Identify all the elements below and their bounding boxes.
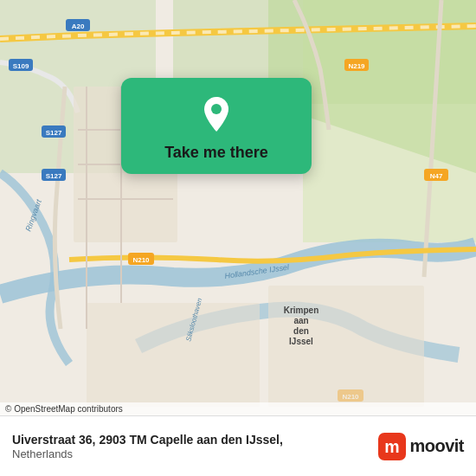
svg-text:A20: A20 xyxy=(72,23,85,30)
address-line2: Netherlands xyxy=(12,447,378,460)
moovit-logo: m moovit xyxy=(378,433,464,460)
osm-attribution: © OpenStreetMap contributors xyxy=(0,402,476,415)
svg-text:IJssel: IJssel xyxy=(289,337,313,346)
svg-rect-23 xyxy=(268,286,424,407)
svg-text:S127: S127 xyxy=(46,172,62,180)
address-line1: Uiverstraat 36, 2903 TM Capelle aan den … xyxy=(12,432,378,447)
svg-text:den: den xyxy=(293,326,309,336)
svg-rect-22 xyxy=(87,303,260,407)
map-container: S109 S127 S127 N219 N47 N210 N210 A20 xyxy=(0,0,476,415)
svg-text:N219: N219 xyxy=(348,62,365,70)
svg-text:Krimpen: Krimpen xyxy=(284,306,319,315)
osm-text: © OpenStreetMap contributors xyxy=(5,404,123,414)
bottom-bar: Uiverstraat 36, 2903 TM Capelle aan den … xyxy=(0,415,476,476)
svg-text:N47: N47 xyxy=(430,172,443,180)
map-svg: S109 S127 S127 N219 N47 N210 N210 A20 xyxy=(0,0,476,415)
moovit-text: moovit xyxy=(409,436,464,456)
take-me-there-label: Take me there xyxy=(164,144,268,162)
address-block: Uiverstraat 36, 2903 TM Capelle aan den … xyxy=(12,432,378,460)
svg-point-36 xyxy=(211,104,222,114)
svg-text:aan: aan xyxy=(293,316,308,325)
location-pin xyxy=(196,93,237,135)
svg-text:N210: N210 xyxy=(132,256,150,264)
svg-text:m: m xyxy=(385,437,400,456)
popup-card[interactable]: Take me there xyxy=(121,78,312,174)
svg-text:S109: S109 xyxy=(13,62,29,70)
moovit-icon: m xyxy=(378,433,406,460)
svg-text:S127: S127 xyxy=(46,129,62,137)
